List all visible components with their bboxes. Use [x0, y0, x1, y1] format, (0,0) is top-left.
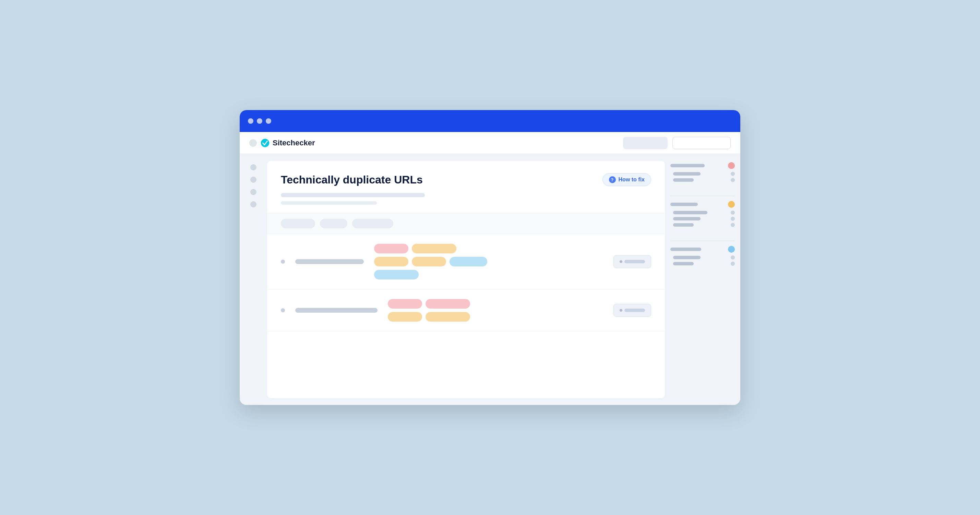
rs-sub-label-7: [673, 262, 694, 265]
page-title: Technically duplicate URLs: [281, 173, 423, 186]
tags-row-1: [374, 244, 603, 253]
rs-item: [670, 162, 735, 169]
page-title-row: Technically duplicate URLs ? How to fix: [281, 173, 651, 186]
sidebar-dot-2: [250, 176, 256, 183]
rs-divider-2: [670, 241, 735, 241]
rs-sub-item-7: [670, 262, 735, 266]
nav-bar: Sitechecker: [240, 132, 740, 154]
rs-item-2: [670, 201, 735, 208]
title-bar: [240, 110, 740, 132]
description-line-2: [281, 201, 377, 205]
rs-sub-label-6: [673, 256, 700, 259]
logo-circle: [249, 139, 257, 147]
rs-badge-orange: [728, 201, 735, 208]
action-pill-2: [624, 308, 645, 312]
action-pill: [624, 260, 645, 263]
sidebar-dot-4: [250, 201, 256, 207]
tags-row-3: [374, 270, 603, 280]
rs-label-2: [670, 203, 698, 206]
sidebar-dot-3: [250, 189, 256, 195]
tag-blue-2: [374, 270, 419, 280]
rs-section-3: [670, 246, 735, 268]
tag-pink-2: [388, 299, 422, 308]
row-indicator: [281, 259, 285, 264]
rs-sub-dot-6: [731, 256, 735, 259]
rs-section-2: [670, 201, 735, 229]
logo-text: Sitechecker: [273, 138, 315, 148]
how-to-fix-button[interactable]: ? How to fix: [603, 173, 651, 186]
filter-bar: [267, 213, 665, 234]
rs-sub-label-2: [673, 178, 694, 182]
table-rows: [267, 234, 665, 398]
tag-orange-5: [426, 312, 470, 322]
sidebar-right: [665, 154, 740, 405]
rs-sub-label: [673, 172, 700, 176]
dot-3: [266, 118, 271, 124]
tags-area-2: [388, 299, 603, 322]
rs-sub-dot-3: [731, 210, 735, 215]
dot-2: [257, 118, 262, 124]
row-url-2: [295, 308, 377, 313]
action-dot: [620, 260, 622, 263]
rs-sub-label-5: [673, 223, 694, 227]
rs-sub-item-3: [670, 210, 735, 215]
rs-item-3: [670, 246, 735, 253]
rs-label-3: [670, 248, 701, 251]
browser-window: Sitechecker Technically duplicate URLs: [240, 110, 740, 405]
tag-pink-1: [374, 244, 408, 253]
nav-button-1[interactable]: [623, 137, 668, 149]
rs-divider-1: [670, 196, 735, 196]
logo-area: Sitechecker: [249, 138, 315, 148]
filter-pill-3[interactable]: [352, 219, 393, 228]
tag-pink-3: [426, 299, 470, 308]
filter-pill-1[interactable]: [281, 219, 315, 228]
rs-sub-item-4: [670, 217, 735, 221]
table-row: [267, 234, 665, 289]
main-content: Technically duplicate URLs ? How to fix: [240, 154, 740, 405]
action-dot-2: [620, 309, 622, 312]
row-action-button-2[interactable]: [613, 304, 651, 317]
table-row: [267, 289, 665, 332]
tags-row-5: [388, 312, 603, 322]
rs-sub-item-6: [670, 256, 735, 259]
nav-buttons: [623, 137, 731, 149]
rs-sub-dot-2: [731, 178, 735, 182]
nav-button-2[interactable]: [673, 137, 731, 149]
filter-pill-2[interactable]: [320, 219, 347, 228]
row-url: [295, 259, 364, 264]
tags-row-2: [374, 257, 603, 266]
tag-blue-1: [450, 257, 487, 266]
traffic-lights: [248, 118, 271, 124]
row-indicator-2: [281, 308, 285, 312]
tags-area: [374, 244, 603, 280]
center-panel: Technically duplicate URLs ? How to fix: [267, 161, 665, 398]
rs-sub-item-2: [670, 178, 735, 182]
logo-icon: Sitechecker: [260, 138, 315, 148]
rs-sub-label-3: [673, 211, 707, 214]
description-line-1: [281, 193, 425, 197]
rs-badge-red: [728, 162, 735, 169]
page-header: Technically duplicate URLs ? How to fix: [267, 161, 665, 213]
checkmark-icon: [260, 138, 270, 148]
rs-sub-dot: [731, 172, 735, 176]
tag-orange-2: [374, 257, 408, 266]
rs-sub-item-5: [670, 223, 735, 227]
sidebar-left: [240, 154, 267, 405]
rs-sub-item: [670, 172, 735, 176]
row-action-button-1[interactable]: [613, 255, 651, 268]
tag-orange-3: [412, 257, 446, 266]
rs-section-1: [670, 162, 735, 184]
tag-orange-1: [412, 244, 457, 253]
rs-badge-blue: [728, 246, 735, 253]
tag-orange-4: [388, 312, 422, 322]
sidebar-dot-1: [250, 164, 256, 170]
svg-point-0: [261, 138, 269, 147]
rs-sub-dot-7: [731, 262, 735, 266]
rs-sub-dot-5: [731, 223, 735, 227]
how-to-fix-label: How to fix: [619, 176, 644, 183]
dot-1: [248, 118, 253, 124]
tags-row-4: [388, 299, 603, 308]
help-icon: ?: [609, 176, 616, 183]
rs-label: [670, 164, 705, 167]
rs-sub-label-4: [673, 217, 700, 221]
